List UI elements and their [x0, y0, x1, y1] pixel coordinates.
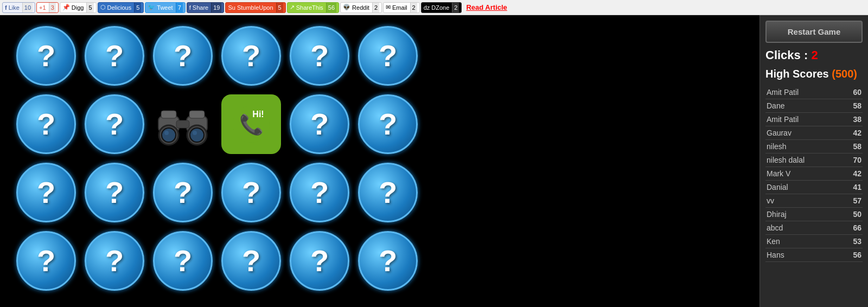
dzone-button[interactable]: dz DZone 2 [421, 2, 462, 13]
score-name: vv [767, 196, 774, 205]
card-4-1[interactable]: ? [16, 231, 76, 291]
sharethis-count: 56 [326, 3, 336, 12]
card-1-6[interactable]: ? [358, 26, 418, 86]
email-button[interactable]: ✉ Email 2 [383, 2, 420, 13]
dzone-count: 2 [452, 3, 459, 12]
tweet-count: 7 [176, 3, 183, 12]
score-row: Mark V42 [765, 167, 863, 181]
high-scores-count: (500) [832, 68, 857, 80]
delicious-label: Delicious [107, 4, 132, 11]
right-panel: Restart Game Clicks : 2 High Scores (500… [760, 15, 868, 307]
fb-icon: f [5, 4, 7, 11]
card-3-4[interactable]: ? [221, 163, 281, 222]
digg-button[interactable]: 📌 Digg 5 [60, 2, 97, 13]
score-row: Dane58 [765, 99, 863, 113]
card-3-6[interactable]: ? [358, 163, 418, 222]
card-1-1[interactable]: ? [16, 26, 76, 86]
fb-share-icon: f [189, 4, 191, 11]
card-3-1[interactable]: ? [16, 163, 76, 222]
fb-like-label: Like [9, 4, 20, 11]
score-name: Dane [767, 101, 784, 110]
reddit-icon: 👽 [343, 4, 350, 11]
score-row: Hans56 [765, 248, 863, 262]
digg-count: 5 [86, 3, 93, 12]
svg-rect-10 [189, 111, 205, 118]
clicks-value: 2 [811, 48, 818, 62]
card-1-4[interactable]: ? [221, 26, 281, 86]
score-row: Amit Patil60 [765, 86, 863, 99]
stumble-icon: Su [228, 4, 235, 11]
score-value: 57 [853, 196, 861, 205]
gplus-label: +1 [39, 4, 46, 11]
svg-point-4 [162, 128, 176, 142]
score-name: Gaurav [767, 129, 792, 137]
card-phone[interactable]: 📞 Hi! [221, 94, 281, 154]
clicks-label: Clicks : [765, 48, 808, 62]
svg-point-8 [193, 131, 197, 135]
score-name: nilesh dalal [767, 156, 805, 164]
score-value: 50 [853, 210, 861, 219]
svg-rect-9 [161, 111, 176, 118]
card-4-4[interactable]: ? [221, 231, 281, 291]
score-row: Ken53 [765, 235, 863, 248]
score-row: Gaurav42 [765, 126, 863, 140]
score-value: 58 [853, 101, 861, 110]
card-3-2[interactable]: ? [85, 163, 144, 222]
game-row-2: ? ? [16, 94, 743, 154]
score-name: Ken [767, 237, 780, 246]
delicious-button[interactable]: ⬡ Delicious 5 [98, 2, 144, 13]
tweet-button[interactable]: 🐦 Tweet 7 [145, 2, 185, 13]
card-4-3[interactable]: ? [153, 231, 213, 291]
score-value: 58 [853, 142, 861, 151]
score-row: Dhiraj50 [765, 208, 863, 221]
card-2-1[interactable]: ? [16, 94, 76, 154]
card-4-2[interactable]: ? [85, 231, 144, 291]
card-2-5[interactable]: ? [290, 94, 349, 154]
digg-label: Digg [72, 4, 84, 11]
score-row: nilesh58 [765, 140, 863, 154]
social-bar: f Like 10 +1 3 📌 Digg 5 ⬡ Delicious 5 🐦 … [0, 0, 868, 15]
sharethis-button[interactable]: ↗ ShareThis 56 [287, 2, 339, 13]
card-1-5[interactable]: ? [290, 26, 349, 86]
score-value: 41 [853, 183, 861, 191]
stumble-label: StumbleUpon [237, 4, 273, 11]
card-3-3[interactable]: ? [153, 163, 213, 222]
score-name: Amit Patil [767, 88, 799, 97]
game-row-1: ? ? ? ? ? ? [16, 26, 743, 86]
read-article-link[interactable]: Read Article [466, 3, 507, 11]
binoculars-icon [156, 100, 210, 149]
game-row-3: ? ? ? ? ? ? [16, 163, 743, 222]
card-1-2[interactable]: ? [85, 26, 144, 86]
scores-container[interactable]: Amit Patil60Dane58Amit Patil38Gaurav42ni… [765, 86, 863, 302]
card-2-6[interactable]: ? [358, 94, 418, 154]
tweet-icon: 🐦 [148, 4, 155, 11]
facebook-like-button[interactable]: f Like 10 [2, 2, 35, 13]
score-value: 56 [853, 251, 861, 259]
card-binoculars[interactable] [153, 94, 213, 154]
stumbleupon-button[interactable]: Su StumbleUpon 5 [225, 2, 285, 13]
gplus-button[interactable]: +1 3 [36, 2, 59, 13]
score-row: Danial41 [765, 181, 863, 194]
tweet-label: Tweet [157, 4, 173, 11]
dzone-label: DZone [431, 4, 449, 11]
score-value: 42 [853, 169, 861, 178]
email-icon: ✉ [386, 4, 391, 11]
restart-game-button[interactable]: Restart Game [765, 21, 863, 43]
email-count: 2 [410, 3, 417, 12]
card-2-2[interactable]: ? [85, 94, 144, 154]
main-layout: ? ? ? ? ? ? ? ? [0, 15, 868, 307]
reddit-count: 2 [372, 3, 379, 12]
card-3-5[interactable]: ? [290, 163, 349, 222]
card-4-5[interactable]: ? [290, 231, 349, 291]
score-value: 60 [853, 88, 861, 97]
game-row-4: ? ? ? ? ? ? [16, 231, 743, 291]
clicks-display: Clicks : 2 [765, 48, 863, 62]
game-area: ? ? ? ? ? ? ? ? [0, 15, 760, 307]
gplus-count: 3 [49, 3, 56, 12]
reddit-button[interactable]: 👽 Reddit 2 [340, 2, 382, 13]
score-row: nilesh dalal70 [765, 154, 863, 167]
score-value: 38 [853, 115, 861, 124]
card-4-6[interactable]: ? [358, 231, 418, 291]
card-1-3[interactable]: ? [153, 26, 213, 86]
facebook-share-button[interactable]: f Share 19 [187, 2, 225, 13]
